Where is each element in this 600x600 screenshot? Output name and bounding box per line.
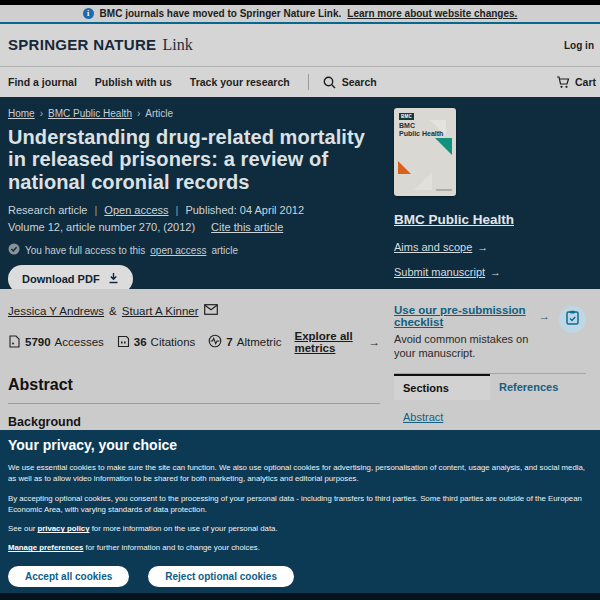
search-label: Search [342,76,377,88]
clipboard-check-icon [566,310,579,329]
breadcrumb-home[interactable]: Home [8,108,35,119]
published-date: Published: 04 April 2012 [185,204,304,216]
arrow-right-icon [490,266,501,278]
citations-metric: 36 Citations [117,335,196,350]
cover-teal-triangle [435,138,452,155]
email-icon[interactable] [204,304,218,317]
cart-label: Cart [575,76,596,88]
open-access-link[interactable]: Open access [104,204,168,216]
explore-all-metrics-label: Explore all metrics [295,330,364,354]
tab-references[interactable]: References [490,374,586,400]
main-nav: Find a journal Publish with us Track you… [0,67,600,97]
submit-manuscript-label: Submit manuscript [394,266,485,278]
pre-submission-checklist-label: Use our pre-submission checklist [394,304,535,328]
altmetric-value: 7 [226,336,232,348]
sidebar-tabs: Sections References [394,374,586,400]
access-row: You have full access to this open access… [8,243,380,257]
pre-submission-promo: Use our pre-submission checklist Avoid c… [394,304,586,374]
notification-link[interactable]: Learn more about website changes. [347,8,517,19]
journal-cover-image[interactable]: BMC BMC Public Health [394,108,456,196]
nav-publish-with-us[interactable]: Publish with us [95,76,172,88]
arrow-right-icon [369,336,381,348]
nav-find-a-journal[interactable]: Find a journal [8,76,77,88]
authors-row: Jessica Y Andrews & Stuart A Kinner [8,304,380,317]
arrow-right-icon [539,310,551,322]
search-button[interactable]: Search [323,76,377,89]
toc-link-abstract[interactable]: Abstract [403,411,586,423]
cookie-consent-banner: Your privacy, your choice We use essenti… [0,430,600,593]
cover-decor-triangle [414,172,432,190]
search-icon [323,76,336,89]
abstract-heading: Abstract [8,376,380,404]
author-link[interactable]: Jessica Y Andrews [8,305,104,317]
cookie-paragraph-3: See our privacy policy for more informat… [8,523,592,534]
cookie-paragraph-4: Manage preferences for further informati… [8,542,592,553]
article-type: Research article [8,204,87,216]
aims-and-scope-link[interactable]: Aims and scope [394,241,586,253]
notification-bar: i BMC journals have moved to Springer Na… [0,5,600,24]
manage-preferences-link[interactable]: Manage preferences [8,543,83,552]
citations-label: Citations [151,336,196,348]
cookie-heading: Your privacy, your choice [8,437,592,453]
breadcrumb: Home BMC Public Health Article [8,108,380,119]
logo-springer-nature: SPRINGER NATURE [8,36,156,53]
submit-manuscript-link[interactable]: Submit manuscript [394,266,586,278]
cover-small-print [436,189,452,191]
accept-all-cookies-button[interactable]: Accept all cookies [8,566,129,587]
bmc-logo: BMC [399,113,414,120]
cover-title: BMC Public Health [399,122,443,139]
pre-submission-checklist-link[interactable]: Use our pre-submission checklist [394,304,550,328]
cart-button[interactable]: Cart [556,76,596,89]
pre-submission-desc: Avoid common mistakes on your manuscript… [394,332,550,361]
cookie-paragraph-2: By accepting optional cookies, you conse… [8,493,592,516]
download-icon [108,272,119,286]
check-circle-icon [8,243,20,257]
logo-link: Link [162,36,192,54]
chevron-right-icon [137,108,140,119]
nav-track-your-research[interactable]: Track your research [190,76,290,88]
login-link[interactable]: Log in [564,40,594,51]
accesses-value: 5790 [25,336,51,348]
cookie-p3-prefix: See our [8,524,37,533]
download-pdf-label: Download PDF [22,273,100,285]
article-hero-left: Home BMC Public Health Article Understan… [8,108,380,289]
separator [176,204,179,216]
cookie-p3-suffix: for more information on the use of your … [90,524,278,533]
accesses-label: Accesses [55,336,104,348]
altmetric-icon [208,334,222,350]
metrics-row: 5790 Accesses 36 Citations 7 Altmetric E… [8,330,380,354]
volume-info: Volume 12, article number 270, (2012) [8,221,195,233]
accesses-icon [8,335,21,350]
download-pdf-button[interactable]: Download PDF [8,265,133,289]
citations-value: 36 [134,336,147,348]
arrow-right-icon [477,241,488,253]
bottom-black-strip [0,593,600,600]
nav-divider [308,74,309,90]
checklist-badge [559,306,586,333]
authors-separator: & [109,305,117,317]
cart-icon [556,76,570,89]
journal-home-link[interactable]: BMC Public Health [394,212,514,227]
reject-optional-cookies-button[interactable]: Reject optional cookies [148,566,294,587]
article-hero: Home BMC Public Health Article Understan… [0,97,600,289]
volume-row: Volume 12, article number 270, (2012) Ci… [8,221,380,233]
info-icon: i [83,8,94,19]
background-subheading: Background [8,415,380,429]
breadcrumb-journal[interactable]: BMC Public Health [48,108,132,119]
cookie-p4-suffix: for further information and to change yo… [83,543,259,552]
site-header: SPRINGER NATURE Link Log in [0,24,600,67]
cite-this-article-link[interactable]: Cite this article [211,221,283,233]
tab-sections[interactable]: Sections [394,374,490,400]
article-title: Understanding drug-related mortality in … [8,126,380,193]
chevron-right-icon [40,108,43,119]
open-access-inline-link[interactable]: open access [150,245,206,256]
privacy-policy-link[interactable]: privacy policy [37,524,89,533]
journal-panel: BMC BMC Public Health BMC Public Health … [394,108,586,289]
author-link[interactable]: Stuart A Kinner [122,305,199,317]
cookie-paragraph-1: We use essential cookies to make sure th… [8,462,592,485]
explore-all-metrics-link[interactable]: Explore all metrics [295,330,381,354]
separator [94,204,97,216]
altmetric-label: Altmetric [237,336,282,348]
springer-nature-link-logo[interactable]: SPRINGER NATURE Link [8,36,193,54]
cover-orange-triangle [398,161,411,174]
